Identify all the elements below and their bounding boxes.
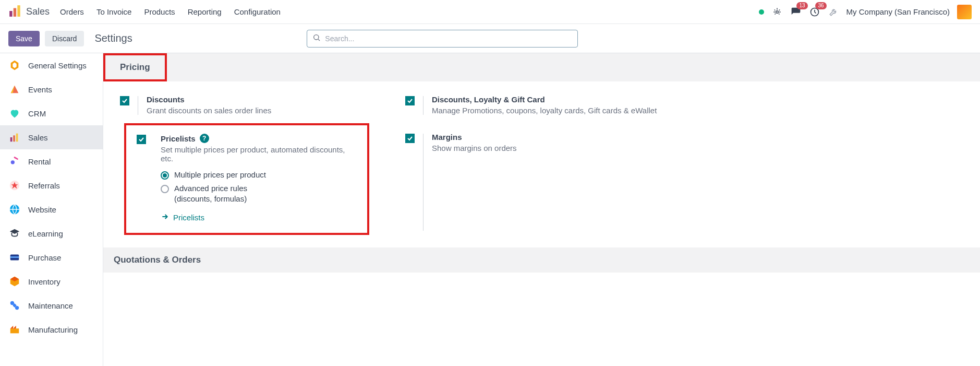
activities-icon[interactable]: 36 [809,6,820,18]
sidebar-item-label: Sales [28,133,48,142]
sidebar-item-crm[interactable]: CRM [0,101,103,125]
svg-marker-25 [13,326,16,329]
radio-multiple-prices[interactable]: Multiple prices per product [161,170,359,180]
sidebar-item-label: Rental [28,157,51,166]
sidebar-item-label: CRM [28,109,46,118]
svg-point-21 [15,306,19,310]
svg-rect-17 [10,256,19,258]
sidebar-item-elearning[interactable]: eLearning [0,221,103,245]
discard-button[interactable]: Discard [45,31,84,46]
sidebar-item-inventory[interactable]: Inventory [0,269,103,293]
tools-icon[interactable] [828,6,839,18]
setting-loyalty-title: Discounts, Loyalty & Gift Card [432,95,678,104]
radio-multiple-prices-label: Multiple prices per product [174,170,266,179]
radio-input-checked[interactable] [161,171,169,180]
sidebar-item-label: Purchase [28,253,61,262]
sidebar-item-events[interactable]: Events [0,77,103,101]
save-button[interactable]: Save [8,31,40,46]
website-icon [8,203,21,216]
elearning-icon [8,227,21,240]
sidebar-item-rental[interactable]: Rental [0,149,103,173]
section-quotations-title-box: Quotations & Orders [103,247,980,273]
referrals-icon [8,179,21,192]
sidebar-item-label: eLearning [28,229,63,238]
section-quotations-title: Quotations & Orders [114,255,201,265]
sidebar-item-label: Referrals [28,181,60,190]
svg-rect-23 [10,328,19,333]
pricelists-link[interactable]: Pricelists [161,212,359,222]
setting-pricelists-box: Pricelists ? Set multiple prices per pro… [124,123,369,235]
checkbox-loyalty[interactable] [405,96,415,105]
nav-orders[interactable]: Orders [60,7,84,16]
radio-input[interactable] [161,185,169,193]
svg-rect-9 [13,135,15,141]
activities-badge: 36 [815,2,826,9]
top-navbar: Sales Orders To Invoice Products Reporti… [0,0,980,24]
svg-rect-12 [14,157,18,160]
settings-content[interactable]: Pricing Discounts Grant discounts on sal… [103,53,980,366]
checkbox-pricelists[interactable] [137,135,146,144]
svg-rect-2 [17,5,20,17]
sidebar-item-referrals[interactable]: Referrals [0,173,103,197]
body: General Settings Events CRM Sales Rental [0,53,980,366]
setting-loyalty-desc: Manage Promotions, coupons, loyalty card… [432,106,678,115]
setting-discounts-title: Discounts [147,95,393,104]
nav-products[interactable]: Products [144,7,175,16]
events-icon [8,83,21,96]
radio-advanced-rules-label: Advanced price rules [174,184,247,193]
svg-point-20 [10,301,14,305]
radio-advanced-rules-sub: (discounts, formulas) [174,194,359,203]
messages-badge: 13 [796,2,807,9]
purchase-icon [8,251,21,264]
setting-loyalty: Discounts, Loyalty & Gift Card Manage Pr… [399,91,684,119]
search-box[interactable] [307,30,578,48]
search-wrap [138,30,747,48]
svg-marker-24 [10,326,14,329]
sidebar-item-label: Website [28,205,56,214]
divider-icon [423,96,424,115]
setting-discounts-desc: Grant discounts on sales order lines [147,106,393,115]
sidebar-item-sales[interactable]: Sales [0,125,103,149]
section-pricing-title-box: Pricing [103,53,167,81]
sidebar-item-website[interactable]: Website [0,197,103,221]
radio-advanced-rules[interactable]: Advanced price rules [161,184,359,193]
svg-point-5 [314,35,319,40]
arrow-right-icon [161,212,169,222]
svg-rect-0 [9,11,12,17]
setting-pricelists-desc: Set multiple prices per product, automat… [161,145,359,163]
search-icon [312,33,321,43]
inventory-icon [8,275,21,288]
checkbox-margins[interactable] [405,134,415,143]
pricelists-link-label: Pricelists [173,213,204,222]
sidebar-item-maintenance[interactable]: Maintenance [0,293,103,317]
rental-icon [8,155,21,168]
user-avatar[interactable] [957,5,972,19]
brand[interactable]: Sales [8,4,50,19]
company-switcher[interactable]: My Company (San Francisco) [846,7,950,16]
sidebar-item-general[interactable]: General Settings [0,53,103,77]
sidebar-item-label: Inventory [28,277,61,286]
sales-app-icon [8,4,22,19]
sidebar-item-label: Events [28,85,52,94]
search-input[interactable] [325,34,572,43]
help-icon[interactable]: ? [200,134,209,143]
debug-icon[interactable] [771,6,783,18]
pricelists-radio-group: Multiple prices per product Advanced pri… [161,170,359,203]
nav-to-invoice[interactable]: To Invoice [96,7,132,16]
crm-icon [8,107,21,120]
sidebar-item-manufacturing[interactable]: Manufacturing [0,317,103,341]
messages-icon[interactable]: 13 [790,6,802,18]
page-title: Settings [94,32,132,44]
sidebar-item-purchase[interactable]: Purchase [0,245,103,269]
checkbox-discounts[interactable] [120,96,129,105]
navbar-right: 13 36 My Company (San Francisco) [759,5,972,19]
setting-margins: Margins Show margins on orders [399,128,684,235]
nav-configuration[interactable]: Configuration [234,7,281,16]
nav-menu: Orders To Invoice Products Reporting Con… [60,7,281,16]
divider-icon [138,96,138,115]
svg-point-3 [776,10,778,13]
nav-reporting[interactable]: Reporting [188,7,222,16]
presence-indicator-icon [759,9,764,15]
divider-icon [423,134,424,231]
settings-sidebar[interactable]: General Settings Events CRM Sales Rental [0,53,103,366]
